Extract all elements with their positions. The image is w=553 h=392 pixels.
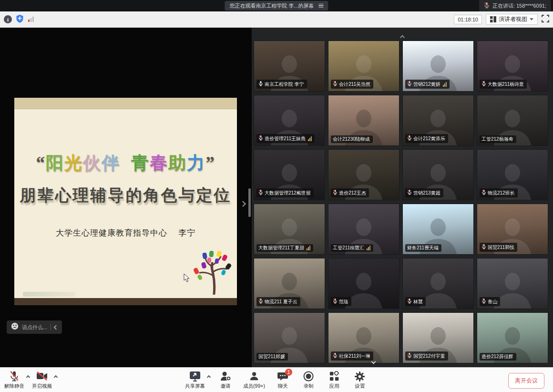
participant-name-tag: 大数据管理211丁夏甜 [256, 244, 313, 252]
muted-mic-icon [258, 135, 263, 142]
share-options-icon[interactable] [207, 375, 211, 379]
start-video-button[interactable]: 开启视频 [30, 369, 54, 390]
muted-mic-icon [333, 352, 338, 360]
slide-byline: 大学生心理健康教育指导中心 李宁 [14, 227, 237, 238]
participant-tile[interactable]: 营销212黄妍 [402, 41, 474, 92]
participant-tile[interactable]: 工管212杨瀚奇 [477, 95, 548, 146]
participant-name: 物流212班长 [488, 190, 515, 196]
mic-on-icon [258, 81, 263, 88]
members-button[interactable]: 成员(99+) [241, 369, 267, 390]
emoji-icon[interactable] [11, 322, 19, 332]
muted-mic-icon [407, 189, 412, 196]
leave-meeting-button[interactable]: 离开会议 [508, 373, 544, 389]
watching-screen-label: 您正在观看南京工程学院 李...的屏幕 [229, 2, 314, 10]
mouse-cursor [184, 273, 190, 284]
slide-bottom-band [14, 298, 237, 305]
participant-name: 国贸211郑媛 [258, 354, 285, 360]
participant-name-tag: 南京工程学院 李宁 [256, 80, 307, 89]
watching-screen-pill[interactable]: 您正在观看南京工程学院 李...的屏幕 [225, 1, 328, 10]
participant-name: 林慧 [413, 299, 423, 305]
muted-mic-icon [407, 352, 412, 360]
participant-tile[interactable]: 大数据管理211丁夏甜 [254, 204, 325, 255]
participant-tile[interactable]: 国贸212付宇童 [402, 312, 474, 363]
members-icon [249, 371, 259, 382]
participant-name-tag: 大数据管理212戴世留 [256, 188, 314, 197]
participant-name-tag: 会计211吴浩然 [331, 80, 373, 89]
participant-tile[interactable]: 营销213黄超 [402, 149, 474, 200]
participant-tile[interactable]: 大数据管理212戴世留 [254, 149, 325, 200]
invite-person-icon [220, 371, 231, 382]
members-label: 成员(99+) [243, 383, 265, 390]
participant-name: 南京工程学院 李宁 [265, 82, 304, 87]
invite-button[interactable]: 邀请 [215, 369, 236, 390]
participant-tile[interactable]: 国贸211郭悦 [477, 204, 548, 255]
share-scrollbar[interactable] [248, 188, 251, 217]
participant-name: 物流211 夏子云 [265, 299, 297, 305]
participant-name: 会计21230陆柳成 [333, 136, 370, 142]
participant-name: 造价管理211王妹燕 [265, 136, 306, 142]
scroll-down-icon[interactable] [372, 357, 375, 365]
participant-name: 会计212黄添乐 [413, 136, 445, 142]
participant-name: 大数据管理211丁夏甜 [258, 245, 304, 251]
participant-name-tag: 大数据211杨诗意 [480, 80, 527, 89]
collapse-chat-icon[interactable] [54, 325, 59, 330]
participant-name: 造价212薛佳辉 [481, 354, 513, 360]
participant-name-tag: 国贸212付宇童 [405, 351, 448, 361]
fullscreen-icon[interactable] [542, 15, 549, 24]
slide-top-band [14, 98, 237, 109]
participant-tile[interactable]: 会计212黄添乐 [402, 95, 474, 146]
participant-tile[interactable]: 大数据211杨诗意 [477, 41, 548, 92]
chat-button[interactable]: 1 聊天 [272, 369, 293, 390]
view-mode-label: 演讲者视图 [499, 15, 527, 23]
participant-tile[interactable]: 物流211 夏子云 [254, 258, 325, 309]
participant-name-tag: 造价212王杰 [331, 188, 369, 197]
participant-tile[interactable]: 造价管理211王妹燕 [254, 95, 325, 146]
participant-name: 会计211吴浩然 [339, 82, 370, 87]
muted-mic-icon [9, 371, 20, 382]
participant-name: 工管211徐慧汇 [333, 245, 364, 251]
security-shield-icon[interactable] [16, 14, 24, 25]
participant-name: 大数据211杨诗意 [488, 82, 524, 87]
participant-tile[interactable]: 会计21230陆柳成 [328, 95, 399, 146]
unmute-button[interactable]: 解除静音 [2, 369, 27, 390]
participant-tile[interactable]: 造价212王杰 [328, 149, 399, 200]
participant-tile[interactable]: 物流212班长 [477, 149, 548, 200]
camera-off-icon [36, 371, 48, 382]
participant-tile[interactable]: 会计211吴浩然 [328, 41, 399, 92]
view-mode-button[interactable]: 演讲者视图 [486, 14, 538, 25]
next-page-icon[interactable] [241, 199, 245, 208]
participant-name: 工管212杨瀚奇 [481, 136, 513, 142]
menu-icon[interactable] [319, 4, 324, 8]
participant-name-tag: 社保211刘一琳 [331, 351, 373, 361]
muted-mic-icon [333, 298, 338, 305]
meeting-timer: 01:18:10 [454, 15, 482, 24]
participant-tile[interactable]: 工管211徐慧汇 [328, 204, 399, 255]
record-icon [303, 371, 314, 382]
participant-tile[interactable]: 国贸211郑媛 [254, 312, 325, 363]
participant-name: 营销213黄超 [413, 190, 440, 196]
speaking-indicator: 正在讲话: 158****6091; [479, 0, 551, 11]
quick-chat-input[interactable]: 说点什么... [7, 320, 62, 334]
info-icon[interactable]: i [4, 15, 12, 23]
participant-tile[interactable]: 林慧 [402, 258, 474, 309]
participant-tile[interactable]: 造价212薛佳辉 [477, 312, 548, 363]
settings-button[interactable]: 设置 [349, 369, 370, 390]
participant-tile[interactable]: 财务211曹天端 [402, 204, 474, 255]
record-button[interactable]: 录制 [298, 369, 319, 390]
share-screen-button[interactable]: 共享屏幕 [183, 369, 207, 390]
share-screen-label: 共享屏幕 [185, 383, 205, 390]
muted-mic-icon [258, 189, 263, 196]
participant-name: 营销212黄妍 [413, 82, 440, 87]
unmute-label: 解除静音 [4, 383, 24, 390]
participant-name-tag: 造价管理211王妹燕 [256, 134, 315, 143]
layout-icon [490, 16, 496, 22]
chat-label: 聊天 [277, 383, 287, 390]
video-options-icon[interactable] [54, 375, 58, 379]
collapse-grid-icon[interactable] [401, 32, 404, 41]
participant-tile[interactable]: 南京工程学院 李宁 [254, 41, 325, 92]
participant-tile[interactable]: 社保211刘一琳 [328, 312, 399, 363]
apps-button[interactable]: 应用 [324, 369, 345, 390]
participant-tile[interactable]: 范琏 [328, 258, 399, 309]
caret-down-icon [530, 18, 533, 21]
participant-tile[interactable]: 青山 [477, 258, 548, 309]
